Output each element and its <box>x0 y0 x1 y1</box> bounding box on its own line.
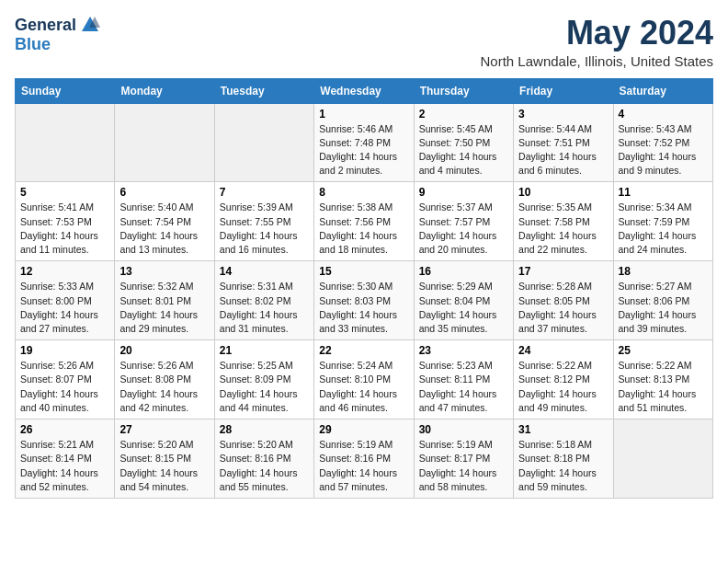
calendar-cell: 6Sunrise: 5:40 AM Sunset: 7:54 PM Daylig… <box>115 182 214 261</box>
day-number: 6 <box>119 186 209 199</box>
day-number: 29 <box>319 423 408 436</box>
day-info: Sunrise: 5:22 AM Sunset: 8:12 PM Dayligh… <box>518 359 608 415</box>
day-number: 30 <box>419 423 508 436</box>
day-info: Sunrise: 5:37 AM Sunset: 7:57 PM Dayligh… <box>419 201 508 257</box>
calendar-cell: 17Sunrise: 5:28 AM Sunset: 8:05 PM Dayli… <box>514 261 613 340</box>
calendar-cell: 7Sunrise: 5:39 AM Sunset: 7:55 PM Daylig… <box>214 182 313 261</box>
calendar-cell: 23Sunrise: 5:23 AM Sunset: 8:11 PM Dayli… <box>414 340 513 419</box>
logo-icon <box>80 15 100 35</box>
day-number: 27 <box>119 423 209 436</box>
calendar-cell: 13Sunrise: 5:32 AM Sunset: 8:01 PM Dayli… <box>115 261 214 340</box>
day-info: Sunrise: 5:32 AM Sunset: 8:01 PM Dayligh… <box>119 280 209 336</box>
day-info: Sunrise: 5:23 AM Sunset: 8:11 PM Dayligh… <box>419 359 508 415</box>
location-title: North Lawndale, Illinois, United States <box>481 53 713 69</box>
day-info: Sunrise: 5:18 AM Sunset: 8:18 PM Dayligh… <box>518 438 608 494</box>
calendar-cell: 21Sunrise: 5:25 AM Sunset: 8:09 PM Dayli… <box>214 340 313 419</box>
day-number: 11 <box>619 186 708 199</box>
day-info: Sunrise: 5:29 AM Sunset: 8:04 PM Dayligh… <box>419 280 508 336</box>
calendar-cell: 3Sunrise: 5:44 AM Sunset: 7:51 PM Daylig… <box>514 103 613 182</box>
calendar-cell: 11Sunrise: 5:34 AM Sunset: 7:59 PM Dayli… <box>613 182 712 261</box>
calendar-cell: 12Sunrise: 5:33 AM Sunset: 8:00 PM Dayli… <box>16 261 115 340</box>
day-info: Sunrise: 5:33 AM Sunset: 8:00 PM Dayligh… <box>20 280 109 336</box>
calendar-cell: 5Sunrise: 5:41 AM Sunset: 7:53 PM Daylig… <box>16 182 115 261</box>
calendar-cell: 9Sunrise: 5:37 AM Sunset: 7:57 PM Daylig… <box>414 182 513 261</box>
day-info: Sunrise: 5:19 AM Sunset: 8:16 PM Dayligh… <box>319 438 408 494</box>
day-info: Sunrise: 5:38 AM Sunset: 7:56 PM Dayligh… <box>319 201 408 257</box>
day-info: Sunrise: 5:44 AM Sunset: 7:51 PM Dayligh… <box>518 122 608 178</box>
day-number: 13 <box>119 265 209 278</box>
day-info: Sunrise: 5:22 AM Sunset: 8:13 PM Dayligh… <box>619 359 708 415</box>
day-number: 25 <box>619 344 708 357</box>
calendar-cell: 24Sunrise: 5:22 AM Sunset: 8:12 PM Dayli… <box>514 340 613 419</box>
day-header: Thursday <box>414 78 513 103</box>
calendar-cell <box>16 103 115 182</box>
day-number: 7 <box>220 186 309 199</box>
day-number: 16 <box>419 265 508 278</box>
calendar-cell: 26Sunrise: 5:21 AM Sunset: 8:14 PM Dayli… <box>16 419 115 499</box>
calendar-cell: 25Sunrise: 5:22 AM Sunset: 8:13 PM Dayli… <box>613 340 712 419</box>
calendar-cell: 8Sunrise: 5:38 AM Sunset: 7:56 PM Daylig… <box>314 182 414 261</box>
day-number: 8 <box>319 186 408 199</box>
day-info: Sunrise: 5:28 AM Sunset: 8:05 PM Dayligh… <box>518 280 608 336</box>
day-info: Sunrise: 5:25 AM Sunset: 8:09 PM Dayligh… <box>220 359 309 415</box>
day-number: 22 <box>319 344 408 357</box>
day-header: Friday <box>514 78 613 103</box>
day-info: Sunrise: 5:27 AM Sunset: 8:06 PM Dayligh… <box>619 280 708 336</box>
day-info: Sunrise: 5:26 AM Sunset: 8:08 PM Dayligh… <box>119 359 209 415</box>
day-number: 9 <box>419 186 508 199</box>
day-number: 21 <box>220 344 309 357</box>
day-number: 20 <box>119 344 209 357</box>
day-number: 24 <box>518 344 608 357</box>
day-info: Sunrise: 5:45 AM Sunset: 7:50 PM Dayligh… <box>419 122 508 178</box>
day-number: 23 <box>419 344 508 357</box>
day-info: Sunrise: 5:35 AM Sunset: 7:58 PM Dayligh… <box>518 201 608 257</box>
logo-general: General <box>15 16 76 35</box>
day-number: 26 <box>20 423 109 436</box>
day-info: Sunrise: 5:41 AM Sunset: 7:53 PM Dayligh… <box>20 201 109 257</box>
day-info: Sunrise: 5:34 AM Sunset: 7:59 PM Dayligh… <box>619 201 708 257</box>
day-number: 1 <box>319 108 408 121</box>
day-info: Sunrise: 5:21 AM Sunset: 8:14 PM Dayligh… <box>20 438 109 494</box>
day-info: Sunrise: 5:30 AM Sunset: 8:03 PM Dayligh… <box>319 280 408 336</box>
day-number: 2 <box>419 108 508 121</box>
header: General Blue May 2024 North Lawndale, Il… <box>15 15 713 69</box>
day-header: Monday <box>115 78 214 103</box>
day-info: Sunrise: 5:26 AM Sunset: 8:07 PM Dayligh… <box>20 359 109 415</box>
day-info: Sunrise: 5:20 AM Sunset: 8:16 PM Dayligh… <box>220 438 309 494</box>
calendar-cell: 10Sunrise: 5:35 AM Sunset: 7:58 PM Dayli… <box>514 182 613 261</box>
calendar-cell: 2Sunrise: 5:45 AM Sunset: 7:50 PM Daylig… <box>414 103 513 182</box>
calendar-cell: 15Sunrise: 5:30 AM Sunset: 8:03 PM Dayli… <box>314 261 414 340</box>
calendar-cell: 19Sunrise: 5:26 AM Sunset: 8:07 PM Dayli… <box>16 340 115 419</box>
day-number: 12 <box>20 265 109 278</box>
calendar-cell: 27Sunrise: 5:20 AM Sunset: 8:15 PM Dayli… <box>115 419 214 499</box>
day-info: Sunrise: 5:46 AM Sunset: 7:48 PM Dayligh… <box>319 122 408 178</box>
day-info: Sunrise: 5:20 AM Sunset: 8:15 PM Dayligh… <box>119 438 209 494</box>
calendar-cell: 28Sunrise: 5:20 AM Sunset: 8:16 PM Dayli… <box>214 419 313 499</box>
day-header: Sunday <box>16 78 115 103</box>
calendar: SundayMondayTuesdayWednesdayThursdayFrid… <box>15 78 713 499</box>
calendar-cell: 4Sunrise: 5:43 AM Sunset: 7:52 PM Daylig… <box>613 103 712 182</box>
day-info: Sunrise: 5:24 AM Sunset: 8:10 PM Dayligh… <box>319 359 408 415</box>
day-number: 15 <box>319 265 408 278</box>
calendar-cell <box>613 419 712 499</box>
calendar-cell: 31Sunrise: 5:18 AM Sunset: 8:18 PM Dayli… <box>514 419 613 499</box>
day-info: Sunrise: 5:31 AM Sunset: 8:02 PM Dayligh… <box>220 280 309 336</box>
day-number: 4 <box>619 108 708 121</box>
day-header: Saturday <box>613 78 712 103</box>
calendar-cell: 29Sunrise: 5:19 AM Sunset: 8:16 PM Dayli… <box>314 419 414 499</box>
day-number: 18 <box>619 265 708 278</box>
calendar-cell: 20Sunrise: 5:26 AM Sunset: 8:08 PM Dayli… <box>115 340 214 419</box>
calendar-cell: 18Sunrise: 5:27 AM Sunset: 8:06 PM Dayli… <box>613 261 712 340</box>
month-title: May 2024 <box>481 15 713 52</box>
calendar-cell <box>115 103 214 182</box>
calendar-cell: 1Sunrise: 5:46 AM Sunset: 7:48 PM Daylig… <box>314 103 414 182</box>
calendar-cell: 14Sunrise: 5:31 AM Sunset: 8:02 PM Dayli… <box>214 261 313 340</box>
day-number: 17 <box>518 265 608 278</box>
day-info: Sunrise: 5:39 AM Sunset: 7:55 PM Dayligh… <box>220 201 309 257</box>
logo-blue: Blue <box>15 35 51 54</box>
calendar-cell: 22Sunrise: 5:24 AM Sunset: 8:10 PM Dayli… <box>314 340 414 419</box>
day-number: 14 <box>220 265 309 278</box>
day-number: 5 <box>20 186 109 199</box>
day-number: 19 <box>20 344 109 357</box>
logo: General Blue <box>15 15 100 54</box>
